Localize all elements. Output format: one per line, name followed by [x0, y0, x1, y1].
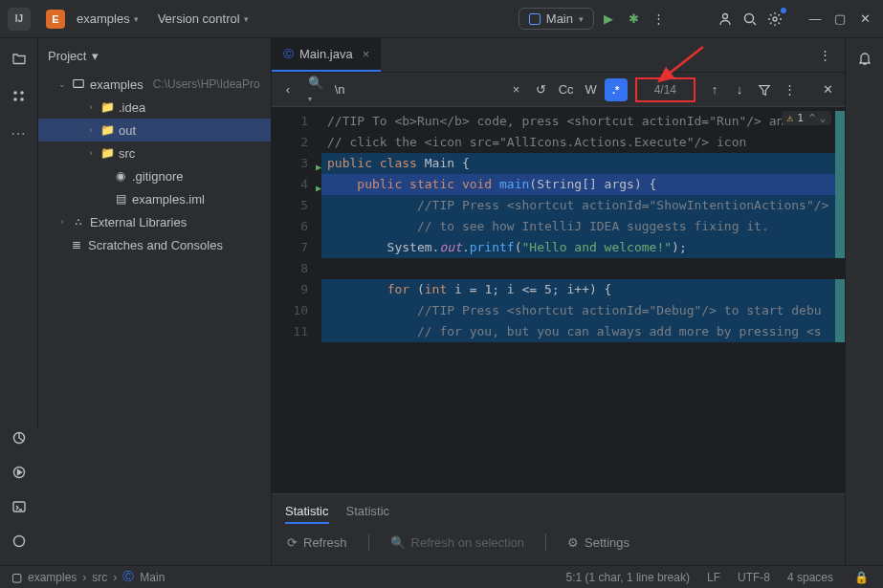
tree-row[interactable]: ◉.gitignore [38, 164, 271, 187]
tree-scratches[interactable]: ≣ Scratches and Consoles [38, 233, 271, 256]
project-tree[interactable]: ⌄ examples C:\Users\HP\IdeaPro ›📁.idea›📁… [38, 73, 271, 565]
readonly-lock-icon[interactable]: 🔒 [850, 567, 872, 588]
tree-row[interactable]: ›📁.idea [38, 96, 271, 119]
debug-button[interactable]: ✱ [623, 9, 644, 30]
close-tab-icon[interactable]: × [363, 47, 370, 61]
svg-rect-7 [74, 79, 84, 87]
problems-tool-icon[interactable] [9, 531, 30, 552]
svg-point-12 [14, 536, 25, 547]
panel-tab-statistic[interactable]: Statistic [285, 500, 329, 524]
tree-row[interactable]: ▤examples.iml [38, 187, 271, 210]
refresh-icon: ⟳ [287, 535, 298, 550]
find-search-icon: 🔍▾ [308, 76, 327, 104]
editor-tabs: Ⓒ Main.java × ⋮ [272, 38, 845, 73]
minimize-icon[interactable]: — [805, 9, 826, 30]
svg-point-2 [773, 17, 777, 21]
editor-gutter[interactable]: 1 2 3▶ 4▶ 5 6 7 8 9 10 11 [272, 107, 321, 493]
project-sidebar: Project ▾ ⌄ examples C:\Users\HP\IdeaPro… [38, 38, 272, 565]
editor-tab[interactable]: Ⓒ Main.java × [272, 38, 381, 72]
project-chip[interactable]: E [46, 10, 65, 29]
settings-icon[interactable] [764, 9, 785, 30]
structure-tool-icon[interactable] [9, 86, 30, 107]
breadcrumb[interactable]: ▢examples ›src ›ⒸMain [11, 569, 165, 585]
find-more-icon[interactable]: ⋮ [778, 78, 801, 101]
run-button[interactable]: ▶ [598, 9, 619, 30]
panel-tab-statistic-2[interactable]: Statistic [346, 500, 390, 524]
tree-root[interactable]: ⌄ examples C:\Users\HP\IdeaPro [38, 73, 271, 96]
find-regex-toggle[interactable]: .* [605, 78, 628, 101]
app-logo[interactable]: IJ [8, 8, 31, 31]
tree-row[interactable]: ›📁out [38, 119, 271, 142]
find-close-icon[interactable]: ✕ [816, 78, 839, 101]
refresh-selection-button[interactable]: 🔍Refresh on selection [390, 535, 525, 550]
chart-tool-icon[interactable] [9, 427, 30, 448]
find-prev-icon[interactable]: ↑ [703, 78, 726, 101]
java-class-icon: Ⓒ [283, 47, 294, 61]
gear-icon: ⚙ [567, 535, 579, 550]
inspection-badge[interactable]: ⚠1 ^⌄ [782, 111, 832, 125]
find-next-icon[interactable]: ↓ [728, 78, 751, 101]
tree-row[interactable]: ›📁src [38, 142, 271, 164]
indent[interactable]: 4 spaces [787, 571, 833, 584]
editor-area: Ⓒ Main.java × ⋮ ‹ 🔍▾ × ↺ Cc W .* 4/14 ↑ … [272, 38, 845, 565]
run-tool-icon[interactable] [9, 462, 30, 483]
project-view-title[interactable]: Project [48, 49, 86, 63]
more-run-icon[interactable]: ⋮ [648, 9, 669, 30]
status-bar: ▢examples ›src ›ⒸMain 5:1 (1 char, 1 lin… [0, 565, 883, 588]
refresh-button[interactable]: ⟳Refresh [287, 535, 347, 550]
maximize-icon[interactable]: ▢ [829, 9, 850, 30]
search-icon[interactable] [740, 9, 761, 30]
find-case-toggle[interactable]: Cc [555, 78, 578, 101]
more-tools-icon[interactable]: ⋯ [11, 124, 28, 142]
find-count: 4/14 [635, 77, 695, 102]
warning-icon: ⚠ [787, 112, 794, 124]
find-history-icon[interactable]: ↺ [530, 78, 553, 101]
project-tool-icon[interactable] [9, 48, 30, 69]
right-tool-rail [845, 38, 883, 565]
tab-more-icon[interactable]: ⋮ [814, 45, 835, 66]
project-selector[interactable]: examples▾ [69, 8, 146, 30]
svg-point-6 [20, 98, 24, 101]
code-with-me-icon[interactable] [715, 9, 736, 30]
bottom-left-rail [0, 427, 38, 565]
titlebar: IJ E examples▾ Version control▾ Main▾ ▶ … [0, 0, 883, 38]
line-ending[interactable]: LF [707, 571, 720, 584]
svg-point-3 [13, 91, 17, 95]
encoding[interactable]: UTF-8 [738, 571, 770, 584]
svg-point-1 [745, 13, 754, 22]
find-words-toggle[interactable]: W [580, 78, 603, 101]
statistic-panel: Statistic Statistic ⟳Refresh 🔍Refresh on… [272, 493, 845, 565]
caret-position[interactable]: 5:1 (1 char, 1 line break) [566, 571, 690, 584]
tree-external-libs[interactable]: › ⛬ External Libraries [38, 210, 271, 233]
vcs-selector[interactable]: Version control▾ [150, 8, 256, 30]
find-bar: ‹ 🔍▾ × ↺ Cc W .* 4/14 ↑ ↓ ⋮ ✕ [272, 73, 845, 107]
terminal-tool-icon[interactable] [9, 496, 30, 517]
svg-point-5 [13, 98, 17, 101]
find-input[interactable] [335, 82, 496, 97]
close-window-icon[interactable]: ✕ [854, 9, 875, 30]
find-back-icon[interactable]: ‹ [277, 78, 298, 101]
find-clear-icon[interactable]: × [505, 78, 528, 101]
run-config-selector[interactable]: Main▾ [519, 8, 594, 30]
notifications-icon[interactable] [854, 48, 875, 69]
find-filter-icon[interactable] [753, 78, 776, 101]
svg-point-4 [20, 91, 24, 95]
svg-point-0 [723, 13, 728, 18]
code-editor[interactable]: ⚠1 ^⌄ 1 2 3▶ 4▶ 5 6 7 8 9 10 11 //TIP To… [272, 107, 845, 493]
panel-settings-button[interactable]: ⚙Settings [567, 535, 629, 550]
